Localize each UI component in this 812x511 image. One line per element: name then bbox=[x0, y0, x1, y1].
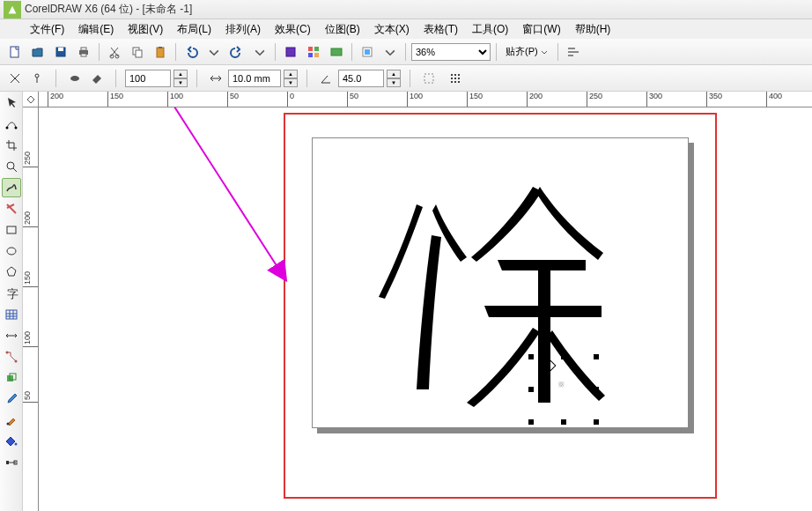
svg-point-26 bbox=[451, 74, 453, 76]
artwork-character[interactable] bbox=[313, 138, 690, 429]
toolbar-separator bbox=[175, 43, 176, 61]
toolbar-separator bbox=[99, 43, 100, 61]
svg-rect-41 bbox=[6, 310, 17, 319]
open-button[interactable] bbox=[28, 42, 48, 62]
menu-effects[interactable]: 效果(C) bbox=[268, 20, 318, 39]
new-button[interactable] bbox=[5, 42, 25, 62]
grid-dots-button[interactable] bbox=[446, 69, 465, 88]
text-tool[interactable]: 字 bbox=[2, 284, 21, 303]
app-launcher-button[interactable] bbox=[358, 42, 377, 62]
eyedropper-tool[interactable] bbox=[2, 389, 21, 409]
spacing-spinner[interactable]: ▲▼ bbox=[284, 70, 298, 87]
menu-layout[interactable]: 布局(L) bbox=[170, 20, 218, 39]
export-button[interactable] bbox=[304, 42, 323, 62]
ellipse-tool[interactable] bbox=[2, 241, 21, 261]
zoom-dropdown[interactable]: 36% bbox=[411, 43, 491, 61]
save-button[interactable] bbox=[51, 42, 70, 62]
artistic-media-tool[interactable] bbox=[2, 199, 21, 218]
launcher-dropdown[interactable] bbox=[380, 42, 400, 62]
redo-dropdown[interactable] bbox=[250, 42, 269, 62]
svg-point-28 bbox=[458, 74, 460, 76]
interactive-fill-tool[interactable] bbox=[2, 453, 21, 472]
menu-bitmaps[interactable]: 位图(B) bbox=[318, 20, 367, 39]
menu-window[interactable]: 窗口(W) bbox=[515, 20, 567, 39]
mirror-v-button[interactable] bbox=[27, 69, 47, 88]
options-button[interactable] bbox=[564, 42, 583, 62]
svg-rect-11 bbox=[159, 47, 162, 48]
canvas-area: 200 150 100 50 0 50 100 150 200 250 300 … bbox=[23, 92, 812, 511]
svg-rect-16 bbox=[314, 53, 319, 57]
undo-dropdown[interactable] bbox=[204, 42, 224, 62]
nib-size-group: ▲▼ bbox=[125, 70, 188, 87]
svg-rect-14 bbox=[314, 47, 319, 51]
crop-tool[interactable] bbox=[2, 136, 21, 155]
toolbar-separator bbox=[115, 70, 116, 87]
table-tool[interactable] bbox=[2, 305, 21, 324]
toolbar-separator bbox=[405, 43, 406, 61]
mirror-h-button[interactable] bbox=[5, 69, 25, 88]
fill-tool[interactable] bbox=[2, 432, 21, 451]
annotation-arrow bbox=[39, 107, 303, 293]
selection-handles[interactable]: × bbox=[528, 354, 599, 425]
menu-table[interactable]: 表格(T) bbox=[417, 20, 465, 39]
bbox-button[interactable] bbox=[419, 69, 439, 88]
effects-tool[interactable] bbox=[2, 368, 21, 388]
menu-file[interactable]: 文件(F) bbox=[23, 20, 71, 39]
print-button[interactable] bbox=[74, 42, 93, 62]
import-button[interactable] bbox=[281, 42, 300, 62]
property-bar: ▲▼ ▲▼ ▲▼ bbox=[0, 65, 812, 92]
standard-toolbar: 36% 贴齐(P) bbox=[0, 39, 812, 65]
nib-size-spinner[interactable]: ▲▼ bbox=[173, 70, 188, 87]
brush-shape-flat-button[interactable] bbox=[87, 69, 107, 88]
svg-point-46 bbox=[6, 423, 9, 426]
copy-button[interactable] bbox=[128, 42, 147, 62]
menu-help[interactable]: 帮助(H) bbox=[568, 20, 618, 39]
freehand-tool[interactable] bbox=[2, 178, 21, 197]
svg-line-50 bbox=[125, 107, 285, 279]
pick-tool[interactable] bbox=[2, 93, 21, 113]
svg-point-37 bbox=[7, 162, 14, 169]
svg-rect-10 bbox=[157, 48, 164, 57]
polygon-tool[interactable] bbox=[2, 263, 21, 282]
brush-shape-round-button[interactable] bbox=[65, 69, 85, 88]
angle-input[interactable] bbox=[338, 70, 384, 87]
menu-edit[interactable]: 编辑(E) bbox=[71, 20, 121, 39]
publish-button[interactable] bbox=[327, 42, 346, 62]
svg-point-36 bbox=[14, 127, 17, 130]
dimension-tool[interactable] bbox=[2, 326, 21, 345]
svg-point-23 bbox=[35, 74, 39, 78]
svg-rect-22 bbox=[568, 55, 573, 56]
vertical-ruler[interactable]: 250 200 150 100 50 bbox=[23, 107, 39, 511]
snap-dropdown[interactable]: 贴齐(P) bbox=[502, 43, 552, 60]
menu-view[interactable]: 视图(V) bbox=[121, 20, 170, 39]
angle-spinner[interactable]: ▲▼ bbox=[387, 70, 401, 87]
zoom-tool[interactable] bbox=[2, 157, 21, 176]
menu-tools[interactable]: 工具(O) bbox=[465, 20, 515, 39]
drawing-page[interactable]: × bbox=[312, 137, 689, 428]
shape-tool[interactable] bbox=[2, 115, 21, 134]
menu-arrange[interactable]: 排列(A) bbox=[218, 20, 268, 39]
undo-button[interactable] bbox=[181, 42, 201, 62]
ruler-origin[interactable] bbox=[23, 92, 39, 107]
svg-rect-21 bbox=[568, 51, 579, 53]
toolbar-separator bbox=[410, 70, 410, 87]
spacing-icon bbox=[206, 69, 225, 88]
svg-point-27 bbox=[454, 74, 456, 76]
cut-button[interactable] bbox=[105, 42, 124, 62]
svg-rect-15 bbox=[308, 53, 313, 57]
menu-text[interactable]: 文本(X) bbox=[367, 20, 417, 39]
svg-rect-9 bbox=[136, 50, 142, 57]
horizontal-ruler[interactable]: 200 150 100 50 0 50 100 150 200 250 300 … bbox=[39, 92, 812, 107]
drawing-viewport[interactable]: × bbox=[39, 107, 812, 511]
toolbar-separator bbox=[557, 43, 558, 61]
nib-size-input[interactable] bbox=[125, 70, 171, 87]
outline-pen-tool[interactable] bbox=[2, 411, 21, 430]
redo-button[interactable] bbox=[227, 42, 247, 62]
svg-point-32 bbox=[451, 81, 453, 83]
spacing-input[interactable] bbox=[228, 70, 281, 87]
svg-point-24 bbox=[70, 76, 79, 81]
rectangle-tool[interactable] bbox=[2, 220, 21, 240]
paste-button[interactable] bbox=[151, 42, 170, 62]
toolbar-separator bbox=[351, 43, 352, 61]
connector-tool[interactable] bbox=[2, 347, 21, 367]
